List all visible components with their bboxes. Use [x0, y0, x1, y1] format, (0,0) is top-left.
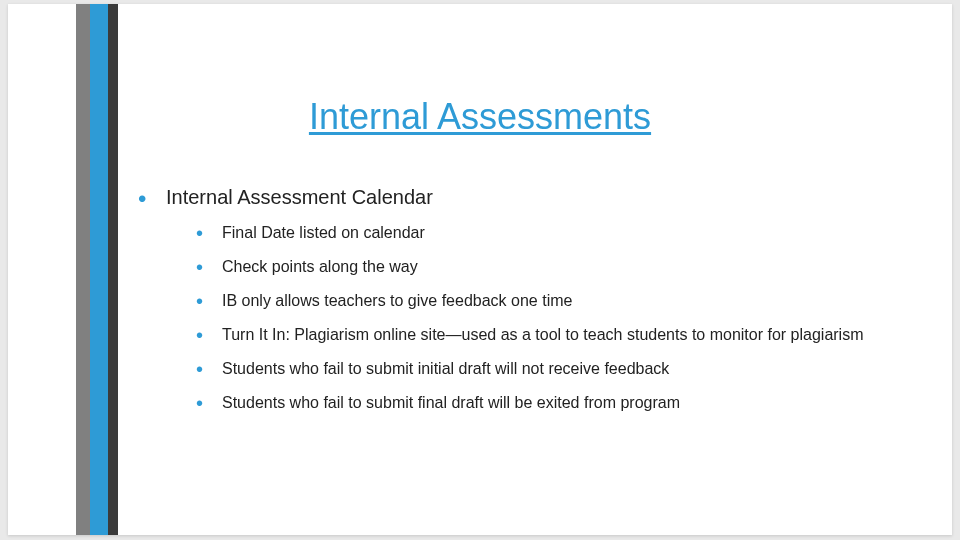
slide-title: Internal Assessments — [8, 96, 952, 138]
bullet-level2: IB only allows teachers to give feedback… — [196, 291, 938, 311]
bullet-level2: Students who fail to submit final draft … — [196, 393, 938, 413]
stripe-blue — [90, 4, 108, 535]
bullet-level2: Final Date listed on calendar — [196, 223, 938, 243]
bullet-level2: Turn It In: Plagiarism online site—used … — [196, 325, 938, 345]
bullet-level1: Internal Assessment Calendar — [138, 186, 938, 209]
slide-content: Internal Assessment Calendar Final Date … — [138, 186, 938, 427]
accent-stripes — [76, 4, 118, 535]
bullet-level2: Students who fail to submit initial draf… — [196, 359, 938, 379]
stripe-gray — [76, 4, 90, 535]
stripe-dark — [108, 4, 118, 535]
slide: Internal Assessments Internal Assessment… — [8, 4, 952, 535]
bullet-level2-list: Final Date listed on calendar Check poin… — [196, 223, 938, 413]
bullet-level2: Check points along the way — [196, 257, 938, 277]
